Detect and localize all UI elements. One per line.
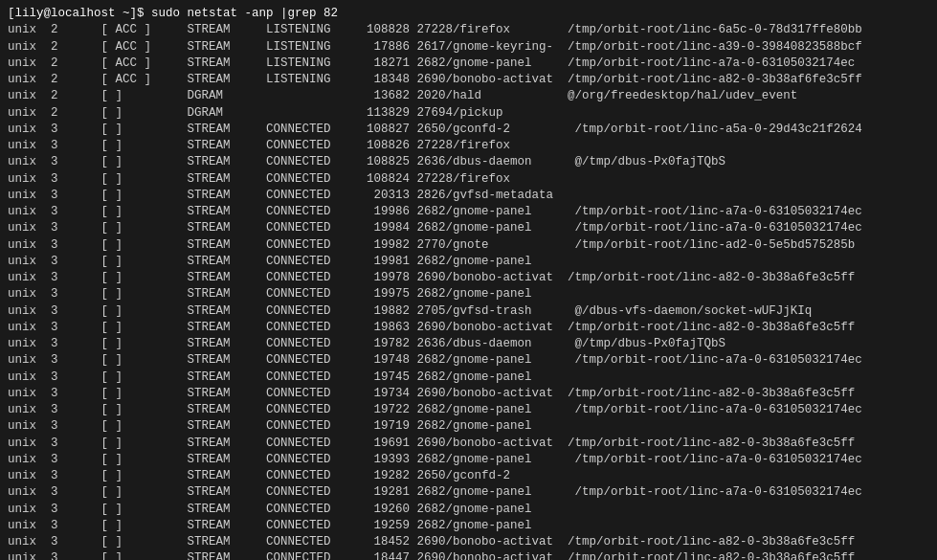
terminal-line: unix 3 [ ] STREAM CONNECTED 19863 2690/b… <box>8 320 929 336</box>
terminal-line: unix 2 [ ACC ] STREAM LISTENING 18271 26… <box>8 56 929 72</box>
terminal-line: unix 3 [ ] STREAM CONNECTED 19984 2682/g… <box>8 220 929 236</box>
terminal-line: unix 3 [ ] STREAM CONNECTED 19259 2682/g… <box>8 518 929 534</box>
terminal-line: unix 3 [ ] STREAM CONNECTED 108825 2636/… <box>8 154 929 170</box>
terminal-line: unix 3 [ ] STREAM CONNECTED 108827 2650/… <box>8 122 929 138</box>
terminal-line: unix 3 [ ] STREAM CONNECTED 19782 2636/d… <box>8 336 929 352</box>
terminal-line: unix 3 [ ] STREAM CONNECTED 19393 2682/g… <box>8 452 929 468</box>
terminal-line: unix 2 [ ACC ] STREAM LISTENING 18348 26… <box>8 72 929 88</box>
terminal-line: unix 3 [ ] STREAM CONNECTED 19745 2682/g… <box>8 370 929 386</box>
terminal-line: unix 2 [ ] DGRAM 13682 2020/hald @/org/f… <box>8 88 929 104</box>
terminal-line: unix 3 [ ] STREAM CONNECTED 19719 2682/g… <box>8 418 929 435</box>
terminal-line: unix 3 [ ] STREAM CONNECTED 108826 27228… <box>8 138 929 154</box>
terminal-line: unix 3 [ ] STREAM CONNECTED 19722 2682/g… <box>8 402 929 418</box>
terminal-line: unix 3 [ ] STREAM CONNECTED 19975 2682/g… <box>8 286 929 302</box>
terminal-line: unix 3 [ ] STREAM CONNECTED 18452 2690/b… <box>8 534 929 550</box>
terminal-line: unix 3 [ ] STREAM CONNECTED 19978 2690/b… <box>8 270 929 286</box>
terminal-line: unix 2 [ ACC ] STREAM LISTENING 108828 2… <box>8 22 929 38</box>
terminal-line: unix 3 [ ] STREAM CONNECTED 19986 2682/g… <box>8 204 929 220</box>
terminal-line: [lily@localhost ~]$ sudo netstat -anp |g… <box>8 6 929 22</box>
terminal-line: unix 3 [ ] STREAM CONNECTED 19981 2682/g… <box>8 254 929 270</box>
terminal-line: unix 3 [ ] STREAM CONNECTED 18447 2690/b… <box>8 550 929 560</box>
terminal-line: unix 3 [ ] STREAM CONNECTED 19982 2770/g… <box>8 237 929 254</box>
terminal-line: unix 3 [ ] STREAM CONNECTED 19734 2690/b… <box>8 386 929 402</box>
terminal-line: unix 3 [ ] STREAM CONNECTED 19882 2705/g… <box>8 303 929 320</box>
terminal-line: unix 3 [ ] STREAM CONNECTED 19260 2682/g… <box>8 502 929 518</box>
terminal-line: unix 3 [ ] STREAM CONNECTED 108824 27228… <box>8 171 929 188</box>
terminal-window: [lily@localhost ~]$ sudo netstat -anp |g… <box>0 0 937 560</box>
terminal-line: unix 3 [ ] STREAM CONNECTED 19282 2650/g… <box>8 468 929 484</box>
terminal-line: unix 3 [ ] STREAM CONNECTED 19281 2682/g… <box>8 484 929 501</box>
terminal-line: unix 3 [ ] STREAM CONNECTED 19691 2690/b… <box>8 436 929 452</box>
terminal-line: unix 3 [ ] STREAM CONNECTED 19748 2682/g… <box>8 352 929 369</box>
terminal-line: unix 3 [ ] STREAM CONNECTED 20313 2826/g… <box>8 188 929 204</box>
terminal-line: unix 2 [ ] DGRAM 113829 27694/pickup <box>8 105 929 122</box>
terminal-line: unix 2 [ ACC ] STREAM LISTENING 17886 26… <box>8 39 929 56</box>
